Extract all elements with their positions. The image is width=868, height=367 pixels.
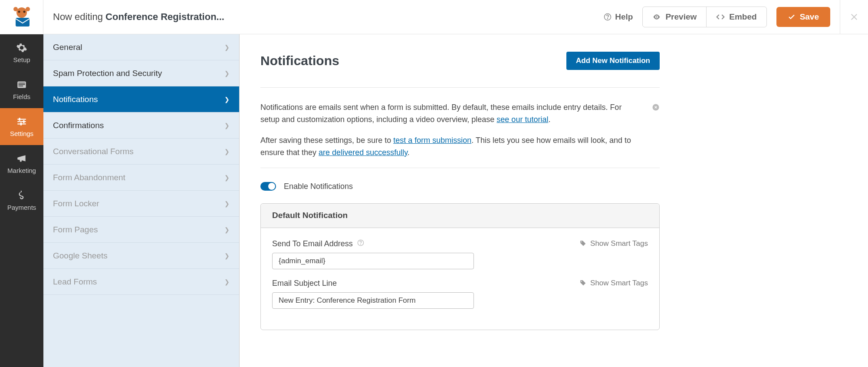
svg-point-8 [656,16,658,17]
chevron-right-icon: ❯ [224,200,230,207]
nav-payments[interactable]: Payments [0,182,43,219]
sliders-icon [16,116,27,127]
dismiss-info-button[interactable] [652,102,660,115]
chevron-right-icon: ❯ [224,226,230,233]
chevron-right-icon: ❯ [224,122,230,129]
svg-point-1 [18,11,20,13]
submenu-pages[interactable]: Form Pages❯ [43,217,239,243]
close-button[interactable] [840,0,859,34]
notification-card-header[interactable]: Default Notification [261,204,659,228]
svg-rect-17 [23,120,24,123]
close-icon [849,12,859,22]
svg-rect-14 [17,121,26,122]
form-title: Now editing Conference Registration... [43,11,604,23]
help-button[interactable]: Help [604,12,633,22]
nav-fields[interactable]: Fields [0,71,43,108]
tags-icon [580,280,587,287]
help-tooltip-icon[interactable] [357,239,364,248]
submenu-leads[interactable]: Lead Forms❯ [43,269,239,295]
chevron-right-icon: ❯ [224,252,230,259]
svg-point-3 [13,7,18,11]
nav-setup[interactable]: Setup [0,34,43,71]
gear-icon [16,42,27,53]
settings-submenu: General❯ Spam Protection and Security❯ N… [43,0,240,367]
eye-icon [652,13,661,21]
svg-point-21 [360,244,361,245]
svg-rect-5 [16,18,30,26]
add-notification-button[interactable]: Add New Notification [566,52,660,70]
bullhorn-icon [16,153,27,164]
delivered-link[interactable]: are delivered successfully [319,148,408,157]
svg-point-22 [581,241,582,242]
svg-point-7 [608,18,608,19]
svg-rect-10 [18,83,25,84]
submenu-general[interactable]: General❯ [43,34,239,60]
enable-notifications-toggle[interactable] [260,182,276,191]
close-circle-icon [652,103,660,111]
subject-label: Email Subject Line [272,279,337,288]
preview-button[interactable]: Preview [643,7,706,27]
right-panel [681,34,868,367]
smart-tags-button-2[interactable]: Show Smart Tags [580,279,648,288]
help-icon [604,13,612,21]
dollar-icon [16,190,27,201]
enable-notifications-label: Enable Notifications [284,182,353,191]
main-content: Notifications Add New Notification Notif… [240,34,681,367]
chevron-right-icon: ❯ [224,44,230,51]
svg-point-23 [581,281,582,282]
tags-icon [580,240,587,247]
info-text-1: Notifications are emails sent when a for… [260,102,660,126]
submenu-confirmations[interactable]: Confirmations❯ [43,112,239,139]
app-logo[interactable] [0,0,43,34]
embed-button[interactable]: Embed [706,7,766,27]
svg-rect-11 [18,84,25,85]
chevron-right-icon: ❯ [224,174,230,181]
tutorial-link[interactable]: see our tutorial [496,115,548,124]
submenu-notifications[interactable]: Notifications❯ [43,86,239,112]
svg-rect-16 [19,118,20,121]
notification-card: Default Notification Send To Email Addre… [260,203,660,330]
submenu-abandonment[interactable]: Form Abandonment❯ [43,165,239,191]
chevron-right-icon: ❯ [224,70,230,77]
save-button[interactable]: Save [776,7,830,27]
check-icon [788,13,796,21]
submenu-sheets[interactable]: Google Sheets❯ [43,243,239,269]
list-icon [16,79,27,90]
submenu-locker[interactable]: Form Locker❯ [43,191,239,217]
send-to-label: Send To Email Address [272,239,364,248]
test-submission-link[interactable]: test a form submission [393,136,471,145]
send-to-email-input[interactable] [272,253,474,269]
code-icon [716,13,725,21]
svg-point-4 [26,7,30,11]
svg-point-0 [16,7,27,18]
chevron-right-icon: ❯ [224,278,230,285]
nav-settings[interactable]: Settings [0,108,43,145]
svg-point-2 [23,11,25,13]
chevron-right-icon: ❯ [224,96,230,103]
nav-marketing[interactable]: Marketing [0,145,43,182]
page-title: Notifications [260,53,339,68]
svg-rect-18 [20,122,22,126]
subject-line-input[interactable] [272,292,474,309]
submenu-conversational[interactable]: Conversational Forms❯ [43,139,239,165]
submenu-spam[interactable]: Spam Protection and Security❯ [43,60,239,86]
svg-rect-13 [17,119,26,120]
main-nav: Setup Fields Settings Marketing Payments [0,0,43,367]
smart-tags-button-1[interactable]: Show Smart Tags [580,239,648,248]
info-text-2: After saving these settings, be sure to … [260,135,660,159]
svg-rect-12 [18,86,23,86]
chevron-right-icon: ❯ [224,148,230,155]
